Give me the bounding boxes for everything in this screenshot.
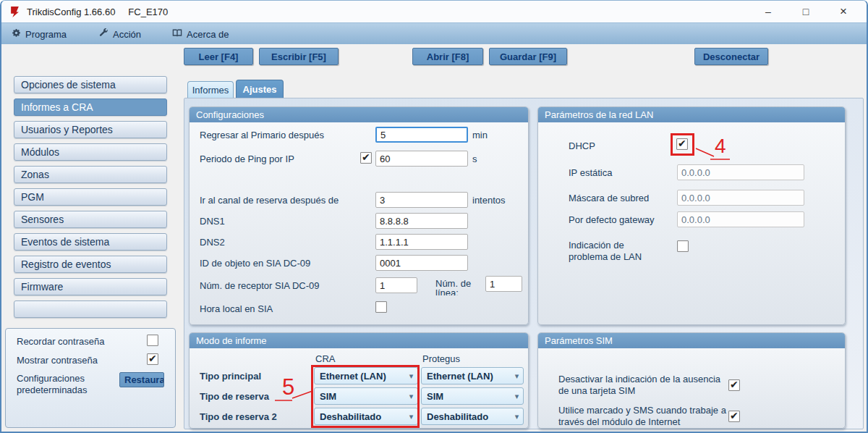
restore-defaults-button[interactable]: Restaurar: [119, 372, 164, 387]
ping-unit: s: [472, 154, 477, 164]
sidebar-item-opciones-de-sistema[interactable]: Opciones de sistema: [14, 76, 167, 93]
sim-dial-sms-label: Utilice marcado y SMS cuando trabaje a t…: [558, 405, 732, 428]
tipo-principal-protegus-dropdown[interactable]: Ethernet (LAN)▾: [421, 367, 524, 384]
book-icon: [172, 28, 182, 40]
sidebar-options-panel: Recordar contraseña ✔ Mostrar contraseña…: [5, 328, 176, 428]
tipo-principal-label: Tipo principal: [200, 371, 261, 382]
regresar-input[interactable]: [375, 127, 468, 143]
gear-icon: [12, 28, 21, 40]
lan-trouble-label: Indicación de problema de LAN: [569, 240, 650, 263]
group-sim-header: Parámetros SIM: [538, 333, 845, 348]
open-button[interactable]: Abrir [F8]: [412, 48, 483, 65]
receptor-input[interactable]: [375, 277, 417, 293]
ping-checkbox[interactable]: ✔: [360, 152, 372, 164]
menu-acerca-de[interactable]: Acerca de: [166, 23, 235, 45]
sidebar-nav: Opciones de sistema Informes a CRA Usuar…: [5, 76, 176, 323]
group-lan-header: Parámetros de la red LAN: [538, 107, 845, 122]
canal-reserva-label: Ir al canal de reserva después de: [200, 195, 339, 206]
menu-accion[interactable]: Acción: [93, 23, 147, 45]
toolbar: Leer [F4] Escribir [F5] Abrir [F8] Guard…: [1, 44, 867, 70]
settings-panel: Configuraciones Regresar al Primario des…: [184, 98, 864, 429]
menu-programa[interactable]: Programa: [6, 23, 72, 45]
group-parametros-lan: Parámetros de la red LAN DHCP ✔ 4 IP est…: [537, 106, 846, 325]
remember-password-checkbox[interactable]: ✔: [147, 335, 158, 346]
chevron-down-icon: ▾: [511, 412, 523, 421]
read-button[interactable]: Leer [F4]: [184, 48, 253, 65]
column-cra-label: CRA: [315, 353, 335, 364]
tipo-reserva-2-label: Tipo de reserva 2: [200, 411, 277, 422]
tipo-reserva-label: Tipo de reserva: [200, 391, 269, 402]
lan-trouble-checkbox[interactable]: ✔: [677, 240, 689, 252]
group-configuraciones: Configuraciones Regresar al Primario des…: [189, 106, 529, 325]
dns1-input[interactable]: [375, 213, 468, 229]
dhcp-label: DHCP: [569, 140, 595, 151]
dns2-label: DNS2: [200, 237, 225, 248]
app-body: Opciones de sistema Informes a CRA Usuar…: [1, 70, 867, 432]
regresar-unit: min: [472, 130, 488, 140]
group-parametros-sim: Parámetros SIM Desactivar la indicación …: [537, 332, 846, 429]
hora-local-checkbox[interactable]: ✔: [375, 301, 387, 313]
gateway-label: Por defecto gateway: [569, 214, 655, 225]
maximize-button[interactable]: □: [787, 1, 825, 22]
check-icon: ✔: [730, 379, 739, 390]
canal-reserva-input[interactable]: [375, 192, 468, 208]
sidebar-item-usuarios-y-reportes[interactable]: Usuarios y Reportes: [14, 121, 167, 138]
close-button[interactable]: ×: [825, 1, 862, 22]
wrench-icon: [99, 28, 109, 40]
annotation-line: [273, 388, 315, 404]
default-settings-label: Configuraciones predeterminadas: [17, 373, 114, 396]
canal-reserva-unit: intentos: [472, 195, 506, 206]
check-icon: ✔: [362, 151, 370, 163]
disconnect-button[interactable]: Desconectar: [694, 48, 768, 65]
object-id-label: ID de objeto en SIA DC-09: [200, 258, 310, 269]
show-password-label: Mostrar contraseña: [17, 355, 98, 366]
sim-absence-checkbox[interactable]: ✔: [728, 379, 740, 391]
gateway-input[interactable]: [677, 211, 804, 227]
dns1-label: DNS1: [200, 216, 225, 227]
app-window: TrikdisConfig 1.66.60 FC_E170 – □ × Prog…: [0, 0, 868, 433]
subnet-mask-input[interactable]: [677, 190, 804, 206]
column-protegus-label: Protegus: [422, 353, 460, 364]
check-icon: ✔: [730, 410, 739, 421]
sidebar-item-zonas[interactable]: Zonas: [14, 166, 167, 183]
tipo-reserva-2-protegus-dropdown[interactable]: Deshabilitado▾: [421, 408, 524, 425]
group-configuraciones-header: Configuraciones: [190, 107, 528, 122]
static-ip-label: IP estática: [569, 167, 612, 178]
sidebar-item-modulos[interactable]: Módulos: [14, 143, 167, 161]
group-modo-header: Modo de informe: [190, 333, 528, 348]
static-ip-input[interactable]: [677, 164, 804, 180]
ping-label: Periodo de Ping por IP: [200, 154, 294, 164]
tab-ajustes[interactable]: Ajustes: [236, 80, 284, 98]
linea-input[interactable]: [485, 276, 522, 292]
show-password-checkbox[interactable]: ✔: [147, 353, 158, 365]
sidebar-item-registro-de-eventos[interactable]: Registro de eventos: [14, 256, 167, 273]
app-logo-icon: [10, 7, 20, 17]
check-icon: ✔: [148, 353, 157, 364]
minimize-button[interactable]: –: [749, 1, 787, 22]
subnet-mask-label: Máscara de subred: [569, 193, 649, 203]
ping-input[interactable]: [375, 151, 468, 167]
annotation-line: [695, 143, 733, 163]
chevron-down-icon: ▾: [511, 371, 523, 381]
device-name: FC_E170: [128, 7, 168, 17]
chevron-down-icon: ▾: [511, 392, 523, 401]
sim-dial-sms-checkbox[interactable]: ✔: [728, 411, 740, 422]
save-button[interactable]: Guardar [F9]: [489, 48, 567, 65]
dns2-input[interactable]: [375, 234, 468, 250]
sidebar-item-informes-a-cra[interactable]: Informes a CRA: [14, 98, 167, 116]
tipo-reserva-protegus-dropdown[interactable]: SIM▾: [421, 387, 524, 405]
sidebar-item-pgm[interactable]: PGM: [14, 188, 167, 206]
menu-bar: Programa Acción Acerca de: [1, 22, 867, 44]
window-title: TrikdisConfig 1.66.60: [27, 7, 115, 17]
sidebar-item-empty: [14, 300, 167, 318]
linea-label: Núm. de línea:: [435, 279, 473, 295]
group-modo-de-informe: Modo de informe CRA Protegus Tipo princi…: [189, 332, 529, 429]
object-id-input[interactable]: [375, 255, 468, 271]
sidebar-item-firmware[interactable]: Firmware: [14, 278, 167, 295]
highlight-box-cra-column: [311, 365, 420, 428]
write-button[interactable]: Escribir [F5]: [259, 48, 339, 65]
tab-informes[interactable]: Informes: [187, 81, 234, 98]
hora-local-label: Hora local en SIA: [200, 303, 273, 314]
sidebar-item-eventos-de-sistema[interactable]: Eventos de sistema: [14, 233, 167, 251]
sidebar-item-sensores[interactable]: Sensores: [14, 211, 167, 228]
